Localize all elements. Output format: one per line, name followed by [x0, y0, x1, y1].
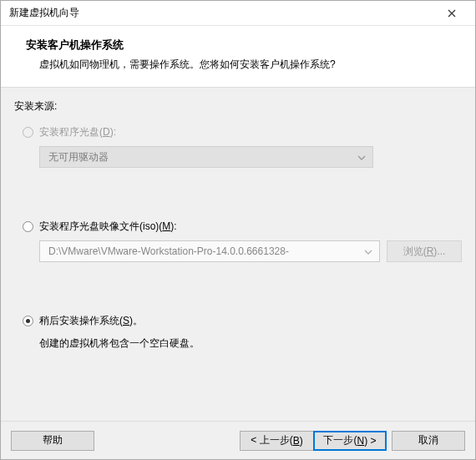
cancel-button[interactable]: 取消 [392, 431, 465, 451]
titlebar: 新建虚拟机向导 [1, 1, 475, 26]
option-install-later[interactable]: 稍后安装操作系统(S)。 [23, 314, 462, 328]
option-install-iso[interactable]: 安装程序光盘映像文件(iso)(M): [23, 220, 462, 234]
option-install-disc-label: 安装程序光盘(D): [39, 125, 116, 139]
close-icon [448, 9, 456, 18]
radio-install-iso[interactable] [23, 221, 33, 232]
wizard-header: 安装客户机操作系统 虚拟机如同物理机，需要操作系统。您将如何安装客户机操作系统? [1, 26, 475, 88]
install-later-hint: 创建的虚拟机将包含一个空白硬盘。 [39, 336, 462, 351]
wizard-content: 安装来源: 安装程序光盘(D): 无可用驱动器 安装程序光盘映像文件(iso)(… [1, 88, 475, 421]
header-title: 安装客户机操作系统 [26, 38, 450, 53]
iso-path-dropdown: D:\VMware\VMware-Workstation-Pro-14.0.0.… [39, 240, 380, 262]
chevron-down-icon [357, 151, 366, 163]
disc-drive-dropdown: 无可用驱动器 [39, 146, 373, 168]
option-install-disc: 安装程序光盘(D): [23, 125, 462, 139]
window-title: 新建虚拟机向导 [9, 6, 435, 20]
option-install-iso-label: 安装程序光盘映像文件(iso)(M): [39, 220, 177, 234]
close-button[interactable] [435, 2, 468, 25]
radio-install-disc [23, 127, 33, 138]
header-description: 虚拟机如同物理机，需要操作系统。您将如何安装客户机操作系统? [26, 58, 450, 72]
browse-button: 浏览(R)... [387, 240, 462, 262]
next-button[interactable]: 下一步(N) > [313, 431, 387, 451]
option-install-later-label: 稍后安装操作系统(S)。 [39, 314, 143, 328]
help-button[interactable]: 帮助 [11, 431, 94, 451]
iso-path-value: D:\VMware\VMware-Workstation-Pro-14.0.0.… [48, 245, 289, 257]
chevron-down-icon [364, 245, 372, 257]
install-source-label: 安装来源: [14, 99, 462, 114]
back-button[interactable]: < 上一步(B) [240, 431, 313, 451]
radio-install-later[interactable] [23, 316, 33, 326]
disc-drive-value: 无可用驱动器 [48, 150, 109, 164]
wizard-footer: 帮助 < 上一步(B) 下一步(N) > 取消 [1, 421, 475, 459]
